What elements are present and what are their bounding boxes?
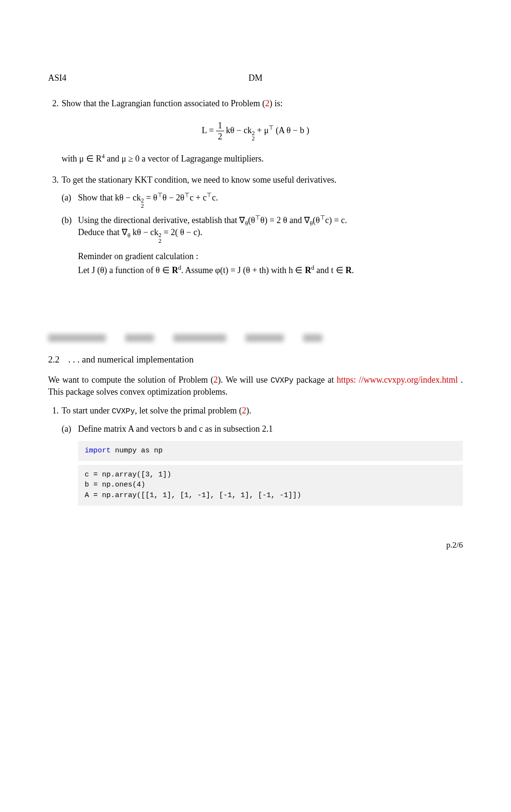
reminder-block: Reminder on gradient calculation : Let J… [78, 250, 463, 276]
question-3: 3. To get the stationary KKT condition, … [48, 174, 463, 186]
problem-1a: (a) Define matrix A and vectors b and c … [62, 423, 463, 435]
code-line: A = np.array([[1, 1], [1, -1], [-1, 1], … [85, 490, 456, 501]
item-number: 3. [48, 174, 62, 186]
code-block-define: c = np.array([3, 1]) b = np.ones(4) A = … [78, 465, 463, 506]
lagrangian-equation: L = 12 kθ − ck22 + μ⊤ (A θ − b ) [48, 121, 463, 141]
question-3b: (b) Using the directional derivative, es… [62, 214, 463, 244]
sub-body: Define matrix A and vectors b and c as i… [78, 423, 463, 435]
keyword-import: import [85, 447, 115, 455]
code-line: c = np.array([3, 1]) [85, 470, 456, 480]
question-3a: (a) Show that kθ − ck22 = θ⊤θ − 2θ⊤c + c… [62, 192, 463, 209]
section-number: 2.2 [48, 354, 60, 364]
section-intro: We want to compute the solution of Probl… [48, 374, 463, 399]
sub-label: (a) [62, 192, 78, 209]
code-line: b = np.ones(4) [85, 480, 456, 490]
reminder-title: Reminder on gradient calculation : [78, 250, 463, 262]
sub-body: Using the directional derivative, establ… [78, 214, 463, 244]
page-header: ASI4 DM [48, 72, 463, 84]
header-left: ASI4 [48, 72, 66, 84]
ref-link[interactable]: 2 [242, 406, 246, 415]
section-title: . . . and numerical implementation [68, 354, 194, 364]
page-number: p.2/6 [48, 539, 463, 551]
q2-with: with μ ∈ R4 and μ ≥ 0 a vector of Lagrag… [62, 153, 463, 165]
sub-body: Show that kθ − ck22 = θ⊤θ − 2θ⊤c + c⊤c. [78, 192, 463, 209]
question-2: 2. Show that the Lagrangian function ass… [48, 98, 463, 110]
ref-link[interactable]: 2 [265, 99, 269, 108]
section-heading: 2.2. . . and numerical implementation [48, 353, 463, 366]
item-number: 2. [48, 98, 62, 110]
blurred-placeholder [48, 334, 463, 345]
item-body: To get the stationary KKT condition, we … [62, 174, 463, 186]
problem-1: 1. To start under CVXPy, let solve the p… [48, 405, 463, 417]
sub-label: (b) [62, 214, 78, 244]
cvxpy-url[interactable]: https: //www.cvxpy.org/index.html [337, 375, 458, 385]
item-number: 1. [48, 405, 62, 417]
header-center: DM [248, 72, 262, 84]
item-body: Show that the Lagrangian function associ… [62, 98, 463, 110]
sub-label: (a) [62, 423, 78, 435]
code-block-import: import numpy as np [78, 441, 463, 461]
reminder-body: Let J (θ) a function of θ ∈ Rd. Assume φ… [78, 264, 463, 276]
item-body: To start under CVXPy, let solve the prim… [62, 405, 463, 417]
ref-link[interactable]: 2 [214, 375, 218, 385]
